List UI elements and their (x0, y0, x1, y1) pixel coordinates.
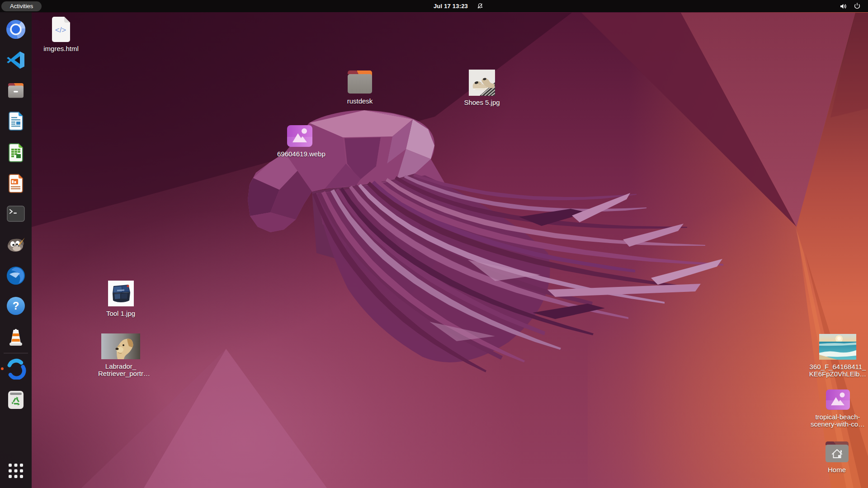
svg-text:?: ? (13, 300, 19, 312)
svg-text:</>: </> (55, 26, 66, 34)
